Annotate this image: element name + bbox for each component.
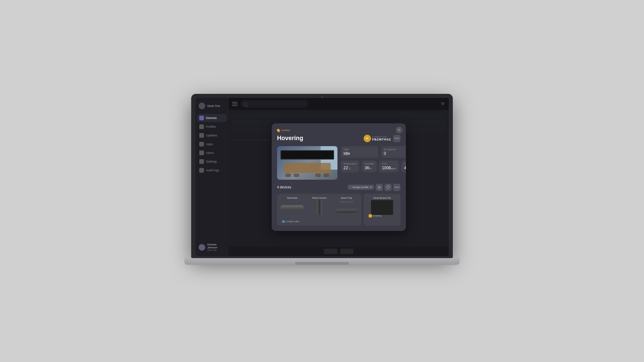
dot-b — [396, 187, 397, 188]
settings-icon — [199, 159, 204, 164]
neat-board-image — [366, 201, 398, 214]
users-icon — [199, 150, 204, 155]
stats-row-top: State Idle Occupancy 0 — [341, 146, 406, 158]
gear-icon — [377, 185, 381, 189]
enrollment-badge: N Enrollment code FBZMTHSZ — [364, 135, 391, 142]
tag-arrow-icon: ↓ — [280, 220, 281, 223]
temperature-label: Temperature — [343, 163, 357, 165]
sidebar-item-settings[interactable]: Settings — [197, 158, 227, 166]
device-refresh-button[interactable] — [384, 184, 392, 191]
stats-side: State Idle Occupancy 0 — [341, 146, 406, 180]
modal-inner: London Hovering N Enrollment code — [272, 123, 406, 231]
laptop-shell: Neat One Devices Profiles Updates — [191, 94, 453, 268]
devices-grid: Neat Bar Neat Center — [277, 194, 400, 226]
modal-content: State Idle Occupancy 0 — [277, 146, 400, 180]
modal-location: London — [277, 129, 400, 132]
sidebar-item-devices[interactable]: Devices — [197, 114, 227, 122]
device-item-neat-bar[interactable]: Neat Bar — [280, 196, 305, 218]
sidebar-item-audit-logs[interactable]: Audit logs — [197, 166, 227, 174]
room-table — [284, 163, 331, 173]
refresh-icon — [386, 185, 390, 189]
device-item-neat-board[interactable]: Neat Board 50 — [366, 196, 398, 214]
state-label: State — [343, 148, 376, 150]
co2-value: 1008ppm — [382, 166, 396, 170]
dot-2 — [396, 138, 397, 139]
more-options-button[interactable] — [393, 135, 400, 142]
profiles-icon — [199, 124, 204, 129]
apps-icon — [199, 142, 204, 146]
room-detail-modal: × London Hovering — [272, 123, 406, 231]
room-tv — [280, 150, 334, 160]
neat-center-name: Neat Center — [312, 196, 326, 199]
room-image — [277, 146, 337, 180]
sidebar-header: Neat One — [195, 101, 229, 111]
close-button[interactable]: × — [396, 127, 402, 133]
neat-center-image — [307, 201, 332, 214]
devices-inner-grid: Neat Bar Neat Center — [280, 196, 359, 218]
enrollment-icon: N — [364, 135, 371, 142]
modal-overlay: × London Hovering — [229, 98, 449, 256]
occupancy-label: Occupancy — [384, 148, 406, 150]
neat-board-name: Neat Board 50 — [373, 196, 391, 199]
svg-point-1 — [378, 186, 381, 189]
sidebar-user-role: Side role — [207, 249, 225, 251]
devices-actions: ↑ Assign profile — [347, 184, 400, 191]
stat-occupancy: Occupancy 0 — [381, 146, 406, 158]
app-main: Devices › Hovering › Product Details × L… — [229, 98, 449, 256]
neat-pad-image — [334, 204, 359, 218]
assign-profile-icon: ↑ — [350, 186, 351, 189]
humidity-label: Humidity — [365, 163, 374, 165]
audit-logs-icon — [199, 168, 204, 173]
sidebar-brand: Neat One — [207, 104, 220, 108]
devices-icon — [199, 116, 204, 120]
drawing-status-icon — [369, 214, 372, 218]
stat-voc: VOC 430ppm — [401, 161, 406, 172]
svg-point-0 — [379, 187, 380, 188]
updates-icon — [199, 133, 204, 138]
pin-icon — [276, 128, 281, 132]
room-chair-3 — [324, 174, 329, 177]
stat-temperature: Temperature 22°C — [341, 161, 359, 172]
humidity-value: 36% — [365, 166, 374, 170]
occupancy-value: 0 — [384, 151, 406, 156]
devices-more-button[interactable] — [393, 184, 400, 191]
assign-profile-button[interactable]: ↑ Assign profile — [347, 185, 374, 190]
sidebar-item-apps[interactable]: Apps — [197, 140, 227, 148]
neat-bar-image — [280, 201, 305, 214]
dot-a — [395, 187, 396, 188]
devices-section: 4 devices ↑ Assign profile — [277, 184, 400, 226]
sidebar-item-updates[interactable]: Updates — [197, 131, 227, 139]
state-value: Idle — [343, 151, 376, 156]
avatar — [199, 244, 205, 251]
sidebar-user-name: Damian Johnson — [207, 243, 225, 249]
device-item-neat-center[interactable]: Neat Center — [307, 196, 332, 218]
board-tag-arrow-icon: ↓ — [366, 215, 368, 217]
london-labs-label: London Labs — [286, 220, 299, 223]
sidebar-item-profiles[interactable]: Profiles — [197, 123, 227, 131]
sidebar-item-users[interactable]: Users — [197, 149, 227, 157]
laptop-base — [184, 258, 460, 265]
enrollment-code-wrapper: Enrollment code FBZMTHSZ — [372, 136, 391, 141]
neat-bar-shape — [280, 205, 304, 210]
device-group-left: Neat Bar Neat Center — [277, 194, 362, 226]
stat-co2: CO2 1008ppm — [379, 161, 399, 172]
device-group-right: Neat Board 50 ↓ Draw — [364, 194, 400, 226]
device-item-neat-pad[interactable]: Neat Pad Heating control — [334, 196, 359, 218]
neat-bar-name: Neat Bar — [287, 196, 298, 199]
london-labs-tag-icon — [282, 220, 285, 223]
device-settings-button[interactable] — [376, 184, 383, 191]
devices-header: 4 devices ↑ Assign profile — [277, 184, 400, 191]
sidebar-user-info: Damian Johnson Side role — [207, 243, 225, 251]
neat-center-shape — [317, 200, 322, 215]
devices-count: 4 devices — [277, 185, 291, 189]
dot-1 — [395, 138, 396, 139]
co2-label: CO2 — [382, 163, 396, 165]
env-row: Temperature 22°C Humidity — [341, 161, 406, 172]
modal-header-right: N Enrollment code FBZMTHSZ — [364, 135, 401, 142]
temperature-value: 22°C — [343, 166, 357, 170]
sidebar-nav: Devices Profiles Updates Apps — [195, 114, 229, 241]
left-group-tag: ↓ London Labs — [280, 220, 359, 223]
stat-state: State Idle — [341, 146, 378, 158]
room-chair-4 — [315, 174, 321, 177]
room-chair-2 — [294, 174, 299, 177]
